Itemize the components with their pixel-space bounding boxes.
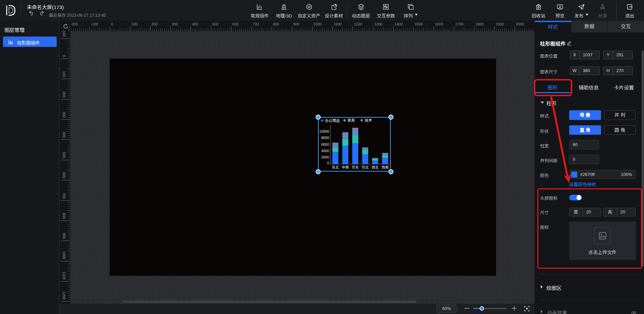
svg-text:8000: 8000 <box>321 136 329 140</box>
svg-text:中南: 中南 <box>342 165 349 169</box>
svg-text:技术: 技术 <box>365 118 372 122</box>
svg-text:办公用品: 办公用品 <box>325 119 340 123</box>
svg-text:6000: 6000 <box>321 142 329 146</box>
svg-text:西南: 西南 <box>382 165 389 169</box>
svg-text:东北: 东北 <box>332 165 339 169</box>
svg-text:西北: 西北 <box>372 165 379 169</box>
svg-text:0: 0 <box>327 161 329 165</box>
svg-text:家具: 家具 <box>347 118 355 122</box>
svg-text:10000: 10000 <box>319 129 329 133</box>
svg-text:4000: 4000 <box>321 149 329 153</box>
svg-text:2000: 2000 <box>321 155 329 159</box>
svg-text:华东: 华东 <box>352 165 359 169</box>
svg-text:华北: 华北 <box>362 165 369 169</box>
